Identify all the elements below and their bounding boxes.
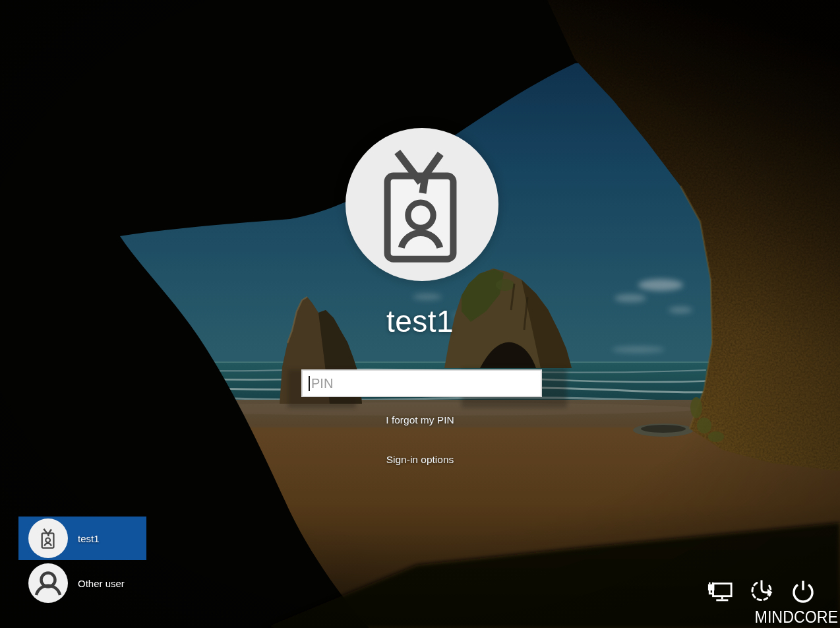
badge-icon <box>345 128 498 281</box>
network-icon <box>707 580 733 604</box>
user-avatar-small <box>28 518 68 558</box>
forgot-pin-link[interactable]: I forgot my PIN <box>0 414 840 426</box>
user-avatar <box>345 128 498 281</box>
person-icon <box>28 563 68 603</box>
user-list-item-test1[interactable]: test1 <box>18 517 146 560</box>
badge-icon <box>37 527 59 550</box>
text-caret <box>309 376 310 391</box>
user-list-item-other-user[interactable]: Other user <box>18 563 146 604</box>
user-avatar-small <box>28 563 68 603</box>
user-list: test1 Other user <box>0 517 146 604</box>
user-list-item-label: test1 <box>78 533 100 544</box>
sign-in-options-link[interactable]: Sign-in options <box>0 454 840 466</box>
power-button[interactable] <box>790 579 816 604</box>
network-button[interactable] <box>707 579 733 604</box>
watermark: MINDCORE <box>754 608 838 627</box>
system-tray <box>707 579 816 604</box>
user-list-item-label: Other user <box>78 578 125 589</box>
power-icon <box>791 579 816 604</box>
pin-input[interactable] <box>303 371 541 396</box>
user-display-name: test1 <box>0 303 840 339</box>
ease-of-access-button[interactable] <box>748 579 775 604</box>
ease-of-access-icon <box>748 579 775 604</box>
pin-input-box[interactable] <box>301 369 542 397</box>
